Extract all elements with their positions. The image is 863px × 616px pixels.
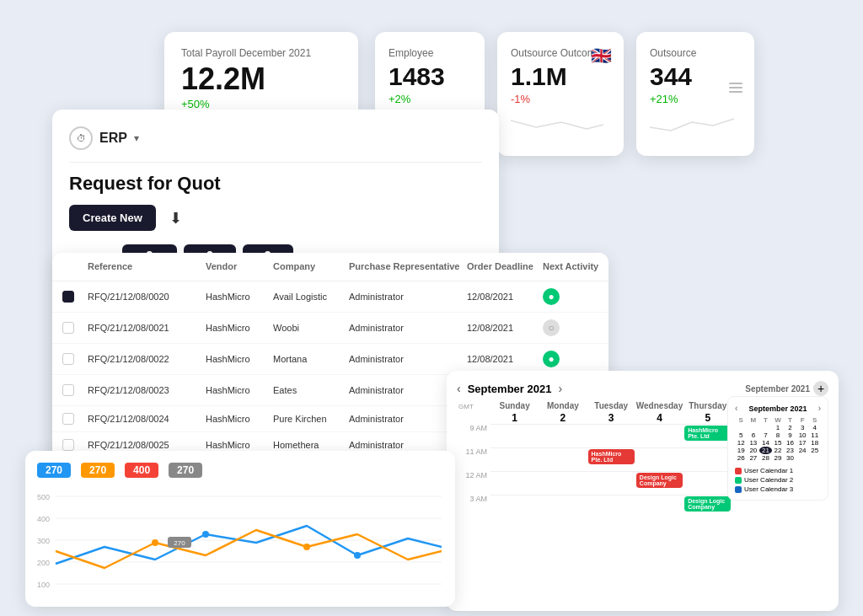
row-checkbox[interactable] — [62, 384, 74, 396]
cell-deadline: 12/08/2021 — [467, 292, 543, 302]
payroll-change: +50% — [181, 98, 341, 110]
badge-red: 400 — [125, 463, 158, 478]
svg-text:100: 100 — [37, 581, 50, 589]
cal-date-3: 3 — [587, 412, 635, 424]
cal-label: September 2021 — [745, 384, 810, 394]
cal-cell-5-3pm: Design Logic Company — [683, 495, 732, 518]
svg-text:200: 200 — [37, 559, 50, 567]
cal-day-sun: Sunday — [490, 401, 539, 412]
flag-icon: 🇬🇧 — [591, 46, 612, 66]
download-button[interactable]: ⬇ — [169, 209, 182, 228]
svg-point-11 — [354, 552, 361, 559]
erp-dropdown-icon[interactable]: ▾ — [134, 132, 139, 144]
cal-cell-1-11am — [490, 447, 539, 471]
cal-cell-3-3pm — [587, 495, 635, 518]
cal-date-5: 5 — [683, 412, 732, 424]
svg-text:300: 300 — [37, 537, 50, 545]
table-row[interactable]: RFQ/21/12/08/0020 HashMicro Avail Logist… — [52, 281, 608, 313]
calendar-card: ‹ September 2021 › September 2021 + GMT … — [447, 371, 839, 611]
col-activity: Next Activity — [543, 261, 608, 272]
outcome-change: -1% — [511, 93, 610, 105]
cal-cell-3-11am: HashMicro Pte. Ltd — [587, 447, 635, 471]
mini-cal-grid: S M T W T F S 1234 567891011 12131415161… — [735, 416, 821, 462]
col-deadline: Order Deadline — [467, 261, 543, 272]
table-row[interactable]: RFQ/21/12/08/0021 HashMicro Woobi Admini… — [52, 313, 608, 344]
badge-red-container: 400 — [125, 463, 158, 478]
row-checkbox[interactable] — [62, 291, 74, 303]
cal-cell-2-12pm — [539, 471, 587, 495]
cell-ref: RFQ/21/12/08/0021 — [88, 323, 206, 333]
cell-activity: ● — [543, 351, 608, 367]
svg-text:500: 500 — [37, 493, 50, 501]
cell-activity: ○ — [543, 319, 608, 336]
cell-rep: Administrator — [349, 354, 467, 364]
cal-day-thu: Thursday — [683, 401, 732, 412]
line-chart: 500 400 300 200 100 270 — [37, 488, 442, 597]
cell-vendor: HashMicro — [206, 414, 273, 424]
row-checkbox[interactable] — [62, 322, 74, 334]
svg-point-13 — [303, 544, 310, 550]
employee-label: Employee — [389, 47, 471, 59]
cal-cell-2-9am — [539, 424, 587, 447]
legend-item-2: User Calendar 2 — [735, 476, 821, 484]
cal-day-mon: Monday — [539, 401, 587, 412]
table-header: Reference Vendor Company Purchase Repres… — [52, 253, 608, 281]
row-checkbox[interactable] — [62, 353, 74, 365]
erp-logo-icon: ⏱ — [69, 126, 93, 150]
outsource-sparkline — [650, 112, 734, 137]
cal-cell-4-11am — [635, 447, 683, 471]
cal-add-button[interactable]: + — [813, 381, 828, 396]
svg-text:270: 270 — [174, 539, 185, 547]
cal-day-wed: Wednesday — [635, 401, 683, 412]
cal-event-wed12: Design Logic Company — [636, 473, 683, 488]
cell-activity: ● — [543, 288, 608, 305]
outcome-sparkline — [511, 112, 603, 137]
chart-card: 270 270 400 270 500 400 300 200 100 — [25, 451, 455, 607]
cal-day-tue: Tuesday — [587, 401, 635, 412]
svg-point-12 — [152, 539, 158, 546]
cell-company: Pure Kirchen — [273, 414, 349, 424]
legend-dot-2 — [735, 477, 742, 484]
cal-cell-3-9am — [587, 424, 635, 447]
cal-event-thu9: HashMicro Pte. Ltd — [684, 426, 731, 441]
cal-event-tue11: HashMicro Pte. Ltd — [588, 449, 635, 464]
cal-time-11am: 11 AM — [457, 447, 490, 471]
mini-cal-next[interactable]: › — [818, 404, 821, 413]
cal-event-thu3: Design Logic Company — [684, 496, 731, 512]
cal-cell-1-12pm — [490, 471, 539, 495]
mini-calendar: ‹ September 2021 › S M T W T F S 1234 56… — [727, 396, 828, 501]
outsource-change: +21% — [650, 93, 741, 105]
mini-cal-prev[interactable]: ‹ — [735, 404, 737, 413]
cell-company: Eates — [273, 385, 349, 395]
row-checkbox[interactable] — [62, 413, 74, 425]
legend-label-3: User Calendar 3 — [744, 485, 793, 493]
cell-ref: RFQ/21/12/08/0022 — [88, 354, 206, 364]
cal-cell-5-12pm — [683, 471, 732, 495]
legend-dot-1 — [735, 468, 742, 474]
outsource-value: 344 — [650, 64, 741, 89]
payroll-value: 12.2M — [181, 64, 341, 94]
cal-prev-button[interactable]: ‹ — [457, 382, 461, 395]
cell-rep: Administrator — [349, 292, 467, 302]
cell-vendor: HashMicro — [206, 385, 273, 395]
cal-time-9am: 9 AM — [457, 424, 490, 447]
erp-header: ⏱ ERP ▾ — [69, 126, 482, 150]
badge-grey: 270 — [169, 463, 202, 478]
col-vendor: Vendor — [206, 261, 273, 272]
outcome-value: 1.1M — [511, 64, 610, 89]
cal-time-12pm: 12 AM — [457, 471, 490, 495]
create-new-button[interactable]: Create New — [69, 205, 156, 231]
col-company: Company — [273, 261, 349, 272]
outcome-card: Outsource Outcome 1.1M -1% 🇬🇧 — [497, 32, 624, 156]
cell-ref: RFQ/21/12/08/0020 — [88, 292, 206, 302]
badge-blue-container: 270 — [37, 463, 71, 478]
cal-cell-4-3pm — [635, 495, 683, 518]
badge-blue: 270 — [37, 463, 71, 478]
row-checkbox[interactable] — [62, 439, 74, 451]
erp-title: ERP — [99, 131, 127, 146]
cal-next-button[interactable]: › — [558, 382, 562, 395]
cal-month-label: September 2021 — [468, 383, 552, 395]
cell-deadline: 12/08/2021 — [467, 354, 543, 364]
cell-deadline: 12/08/2021 — [467, 323, 543, 333]
payroll-label: Total Payroll December 2021 — [181, 47, 341, 59]
